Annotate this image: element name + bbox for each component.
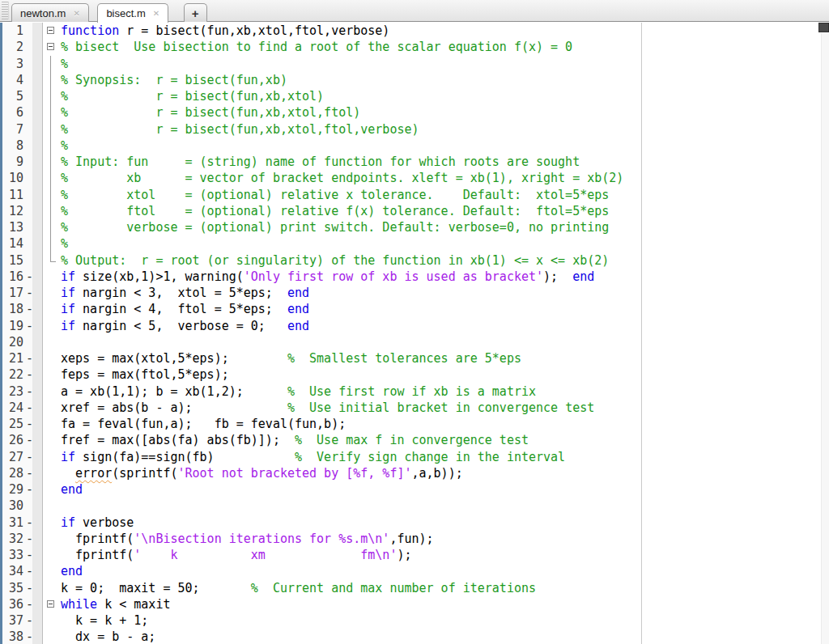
fold-column <box>44 612 61 629</box>
gutter-strip-cell <box>32 350 44 366</box>
line-number: 37 <box>0 612 23 629</box>
code-line[interactable]: 26-fref = max([abs(fa) abs(fb)]); % Use … <box>0 432 829 448</box>
code-line[interactable]: 1function r = bisect(fun,xb,xtol,ftol,ve… <box>0 23 829 39</box>
code-text: error(sprintf('Root not bracketed by [%f… <box>61 465 829 481</box>
code-line[interactable]: 7% r = bisect(fun,xb,xtol,ftol,verbose) <box>0 121 829 138</box>
code-line[interactable]: 36-while k < maxit <box>0 596 829 612</box>
code-line[interactable]: 21-xeps = max(xtol,5*eps); % Smallest to… <box>0 350 829 366</box>
code-line[interactable]: 35-k = 0; maxit = 50; % Current and max … <box>0 580 829 596</box>
gutter-strip-cell <box>32 465 44 481</box>
code-line[interactable]: 20 <box>0 334 829 350</box>
code-line[interactable]: 11% xtol = (optional) relative x toleran… <box>0 187 829 203</box>
code-line[interactable]: 32- fprintf('\nBisection iterations for … <box>0 531 829 547</box>
gutter-strip-cell <box>32 219 44 235</box>
fold-column <box>44 219 61 235</box>
tab-bisect-m[interactable]: bisect.m✕ <box>97 3 168 23</box>
fold-column <box>44 498 61 514</box>
code-line[interactable]: 18-if nargin < 4, ftol = 5*eps; end <box>0 301 829 317</box>
code-line[interactable]: 19-if nargin < 5, verbose = 0; end <box>0 318 829 334</box>
executable-line-marker <box>23 121 32 138</box>
fold-minus-icon[interactable] <box>47 43 54 50</box>
code-line[interactable]: 2% bisect Use bisection to find a root o… <box>0 39 829 55</box>
fold-minus-icon[interactable] <box>47 600 54 608</box>
code-line[interactable]: 15% Output: r = root (or singularity) of… <box>0 252 829 269</box>
fold-minus-icon[interactable] <box>47 27 54 34</box>
fold-column <box>44 515 61 531</box>
executable-line-marker <box>23 56 32 72</box>
line-number: 11 <box>0 187 23 203</box>
code-line[interactable]: 34-end <box>0 563 829 579</box>
code-line[interactable]: 22-feps = max(ftol,5*eps); <box>0 366 829 383</box>
executable-line-marker: - <box>23 383 32 400</box>
line-number: 16 <box>0 269 23 285</box>
code-line[interactable]: 12% ftol = (optional) relative f(x) tole… <box>0 203 829 219</box>
code-line[interactable]: 31-if verbose <box>0 515 829 531</box>
code-line[interactable]: 29-end <box>0 481 829 498</box>
line-number: 22 <box>0 366 23 383</box>
code-line[interactable]: 30 <box>0 498 829 514</box>
executable-line-marker <box>23 104 32 121</box>
executable-line-marker: - <box>23 563 32 579</box>
tab-close-icon[interactable]: ✕ <box>73 9 79 18</box>
code-line[interactable]: 24-xref = abs(b - a); % Use initial brac… <box>0 400 829 416</box>
code-text: feps = max(ftol,5*eps); <box>61 366 829 383</box>
code-line[interactable]: 6% r = bisect(fun,xb,xtol,ftol) <box>0 104 829 121</box>
executable-line-marker <box>23 138 32 154</box>
gutter-strip-cell <box>32 366 44 383</box>
code-text: % xtol = (optional) relative x tolerance… <box>61 187 829 203</box>
code-text: % bisect Use bisection to find a root of… <box>61 39 829 55</box>
code-line[interactable]: 9% Input: fun = (string) name of functio… <box>0 154 829 170</box>
gutter-strip-cell <box>32 72 44 88</box>
gutter-strip-cell <box>32 383 44 400</box>
code-line[interactable]: 4% Synopsis: r = bisect(fun,xb) <box>0 72 829 88</box>
code-text: if verbose <box>61 515 829 531</box>
code-line[interactable]: 38- dx = b - a; <box>0 629 829 644</box>
code-line[interactable]: 13% verbose = (optional) print switch. D… <box>0 219 829 235</box>
line-number: 24 <box>0 400 23 416</box>
gutter-strip-cell <box>32 629 44 644</box>
code-line[interactable]: 27-if sign(fa)==sign(fb) % Verify sign c… <box>0 449 829 465</box>
executable-line-marker <box>23 23 32 39</box>
line-number: 36 <box>0 596 23 612</box>
mlint-message-indicator[interactable] <box>818 23 829 32</box>
executable-line-marker: - <box>23 285 32 301</box>
code-text: if size(xb,1)>1, warning('Only first row… <box>61 269 829 285</box>
code-line[interactable]: 16-if size(xb,1)>1, warning('Only first … <box>0 269 829 285</box>
code-text <box>61 498 829 514</box>
code-line[interactable]: 37- k = k + 1; <box>0 612 829 629</box>
gutter-strip-cell <box>32 23 44 39</box>
code-line[interactable]: 17-if nargin < 3, xtol = 5*eps; end <box>0 285 829 301</box>
new-tab-button[interactable]: + <box>184 3 207 22</box>
fold-toggle-icon[interactable] <box>44 596 61 612</box>
code-line[interactable]: 25-fa = feval(fun,a); fb = feval(fun,b); <box>0 416 829 432</box>
fold-column <box>44 629 61 644</box>
code-line[interactable]: 8% <box>0 138 829 154</box>
code-line[interactable]: 5% r = bisect(fun,xb,xtol) <box>0 88 829 104</box>
code-line[interactable]: 3% <box>0 56 829 72</box>
executable-line-marker: - <box>23 301 32 317</box>
gutter-strip-cell <box>32 187 44 203</box>
code-text: % r = bisect(fun,xb,xtol) <box>61 88 829 104</box>
code-line[interactable]: 28- error(sprintf('Root not bracketed by… <box>0 465 829 481</box>
code-text: if nargin < 3, xtol = 5*eps; end <box>61 285 829 301</box>
code-line[interactable]: 23-a = xb(1,1); b = xb(1,2); % Use first… <box>0 383 829 400</box>
fold-column <box>44 235 61 252</box>
executable-line-marker: - <box>23 515 32 531</box>
tab-close-icon[interactable]: ✕ <box>153 9 159 18</box>
line-number: 34 <box>0 563 23 579</box>
fold-column <box>44 334 61 350</box>
line-number: 6 <box>0 104 23 121</box>
line-number: 7 <box>0 121 23 138</box>
executable-line-marker: - <box>23 269 32 285</box>
code-line[interactable]: 33- fprintf(' k xm fm\n'); <box>0 547 829 563</box>
code-line[interactable]: 10% xb = vector of bracket endpoints. xl… <box>0 170 829 186</box>
executable-line-marker <box>23 72 32 88</box>
tab-newton-m[interactable]: newton.m✕ <box>11 3 89 22</box>
code-editor[interactable]: 1function r = bisect(fun,xb,xtol,ftol,ve… <box>0 23 829 644</box>
fold-toggle-icon[interactable] <box>44 39 61 55</box>
tab-drag-grip[interactable] <box>2 2 9 19</box>
line-number: 32 <box>0 531 23 547</box>
code-line[interactable]: 14% <box>0 235 829 252</box>
executable-line-marker: - <box>23 350 32 366</box>
fold-toggle-icon[interactable] <box>44 23 61 39</box>
